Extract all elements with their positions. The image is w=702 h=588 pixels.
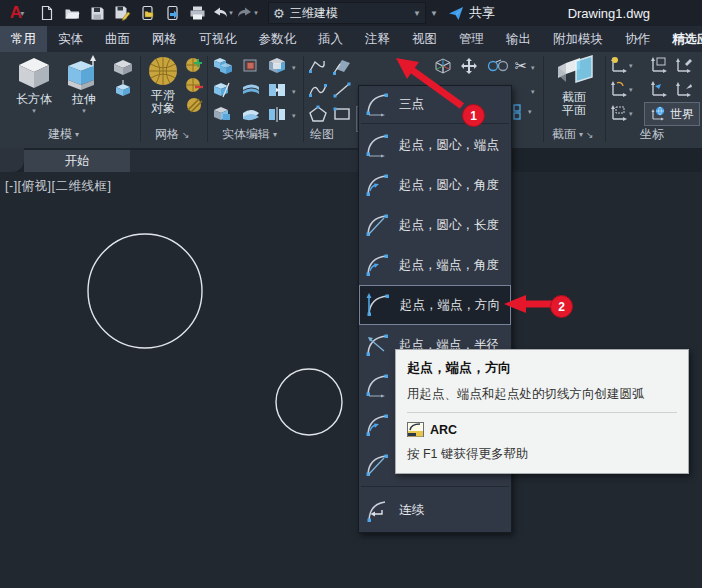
trim-button[interactable]: ✂ [512,56,530,76]
panel-label-coords[interactable]: 坐标 [640,126,664,143]
shell-button[interactable] [240,104,262,124]
tab-visualize[interactable]: 可视化 [188,26,248,52]
tab-output[interactable]: 输出 [495,26,542,52]
extrude-button[interactable]: 拉伸 ▾ [62,55,106,115]
tab-manage[interactable]: 管理 [448,26,495,52]
menu-item-start-center-angle[interactable]: 起点，圆心，角度 [359,165,511,205]
tab-addins[interactable]: 附加模块 [542,26,614,52]
chevron-down-icon[interactable]: ▾ [528,108,532,116]
box-button[interactable]: 长方体 ▾ [8,55,60,115]
ucs-named-button[interactable] [648,55,668,75]
thicken-button[interactable] [240,80,262,100]
spline-button[interactable] [307,80,329,100]
open-file-button[interactable] [61,2,83,24]
quick-access-toolbar: ▾ ▾ [36,2,258,24]
union-button[interactable] [212,56,234,76]
file-tab-start[interactable]: 开始 [24,150,130,172]
section-plane-button[interactable]: 截面平面 [550,55,598,117]
step-badge-1: 1 [462,104,485,127]
tab-home[interactable]: 常用 [0,26,47,52]
tab-annotate[interactable]: 注释 [354,26,401,52]
chevron-down-icon[interactable]: ▾ [292,88,296,96]
move-button[interactable] [458,56,480,76]
panel-label-mesh[interactable]: 网格↘ [155,126,190,143]
menu-item-start-end-direction[interactable]: 起点，端点，方向 [359,285,511,325]
chevron-down-icon[interactable]: ▾ [629,86,633,94]
save-button[interactable] [86,2,108,24]
ucs-world-button[interactable]: 世界 [644,102,700,126]
chevron-down-icon[interactable]: ▾ [292,64,296,72]
ucs-rotate-button[interactable] [608,79,628,99]
polyline-button[interactable] [307,56,329,76]
share-button[interactable]: 共享 [448,4,495,22]
line-button[interactable] [331,80,353,100]
panel-separator [543,56,544,142]
panel-label-solid-edit[interactable]: 实体编辑▾ [222,126,277,143]
chevron-down-icon[interactable]: ▾ [629,110,633,118]
menu-item-start-end-angle[interactable]: 起点，端点，角度 [359,245,511,285]
mesh-smooth-less-button[interactable] [185,96,205,114]
tab-insert[interactable]: 插入 [307,26,354,52]
tab-parametric[interactable]: 参数化 [248,26,308,52]
extrude-icon [66,55,102,91]
ucs-origin-button[interactable] [674,55,694,75]
arc-center-start-length-icon [363,450,393,480]
gizmo-button[interactable] [432,56,454,76]
polysolid-button[interactable] [112,58,134,78]
ucs-view-button[interactable] [608,103,628,123]
smooth-object-button[interactable]: 平滑对象 [142,55,184,115]
chevron-down-icon[interactable]: ▾ [629,62,633,70]
menu-item-start-center-length[interactable]: 起点，圆心，长度 [359,205,511,245]
tab-featured-apps[interactable]: 精选应用 [661,26,702,52]
rectangle-button[interactable] [331,104,353,124]
tab-view[interactable]: 视图 [401,26,448,52]
chevron-down-icon[interactable]: ▾ [292,112,296,120]
new-file-button[interactable] [36,2,58,24]
interfere-button[interactable] [266,56,288,76]
ucs-zaxis-button[interactable] [674,79,694,99]
redo-button[interactable]: ▾ [236,2,258,24]
undo-button[interactable]: ▾ [211,2,233,24]
arc-start-end-angle-icon [363,250,393,280]
save-to-web-button[interactable] [161,2,183,24]
title-bar: A▾ ▾ [0,0,702,26]
arc-start-end-direction-icon [364,290,394,320]
panel-label-draw[interactable]: 绘图 [310,126,334,143]
workspace-name: 三维建模 [290,5,338,22]
tab-solid[interactable]: 实体 [47,26,94,52]
save-as-button[interactable] [111,2,133,24]
menu-item-start-center-end[interactable]: 起点，圆心，端点 [359,125,511,165]
autocad-app-menu-icon[interactable]: A▾ [4,2,30,24]
menu-item-continue[interactable]: 连续 [359,488,511,532]
paper-plane-icon [448,6,464,21]
workspace-selector[interactable]: ⚙ 三维建模 ▼ [268,2,426,24]
tab-collaborate[interactable]: 协作 [614,26,661,52]
chevron-down-icon[interactable]: ▾ [531,88,535,96]
extract-edges-button[interactable] [266,80,288,100]
file-tab-notch [0,148,24,172]
qat-customize-icon[interactable]: ▼ [430,9,438,18]
polygon-button[interactable] [307,104,329,124]
surface-patch-button[interactable] [331,56,353,76]
mesh-refine-button[interactable] [185,56,205,74]
imprint-button[interactable] [212,104,234,124]
slice-button[interactable] [212,80,234,100]
lasso-select-button[interactable] [486,56,510,76]
plot-button[interactable] [186,2,208,24]
ucs-icon-button[interactable] [608,55,628,75]
presspull-button[interactable] [112,79,134,99]
panel-label-section[interactable]: 截面▾↘ [552,126,594,143]
tab-mesh[interactable]: 网格 [141,26,188,52]
ucs-previous-button[interactable] [648,79,668,99]
chevron-down-icon[interactable]: ▾ [531,64,535,72]
arc-command-icon [407,422,424,437]
menu-item-three-point[interactable]: 三点 [359,86,511,122]
panel-label-modeling[interactable]: 建模▾ [48,126,79,143]
tab-surface[interactable]: 曲面 [94,26,141,52]
mesh-add-button[interactable] [185,76,205,94]
open-from-web-button[interactable] [136,2,158,24]
file-tab-bar: 开始 [0,148,702,172]
subtract-button[interactable] [240,56,262,76]
separate-button[interactable] [266,104,288,124]
panel-separator [140,56,141,142]
